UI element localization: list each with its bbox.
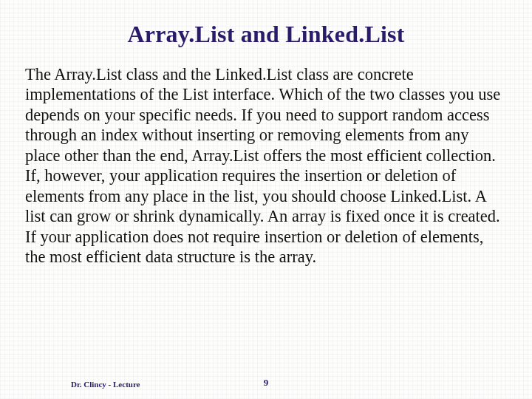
page-number: 9 xyxy=(0,377,532,389)
slide-title: Array.List and Linked.List xyxy=(25,21,507,48)
slide-footer: Dr. Clincy - Lecture 9 xyxy=(0,374,532,389)
slide: Array.List and Linked.List The Array.Lis… xyxy=(0,0,532,399)
slide-body-text: The Array.List class and the Linked.List… xyxy=(25,64,507,267)
